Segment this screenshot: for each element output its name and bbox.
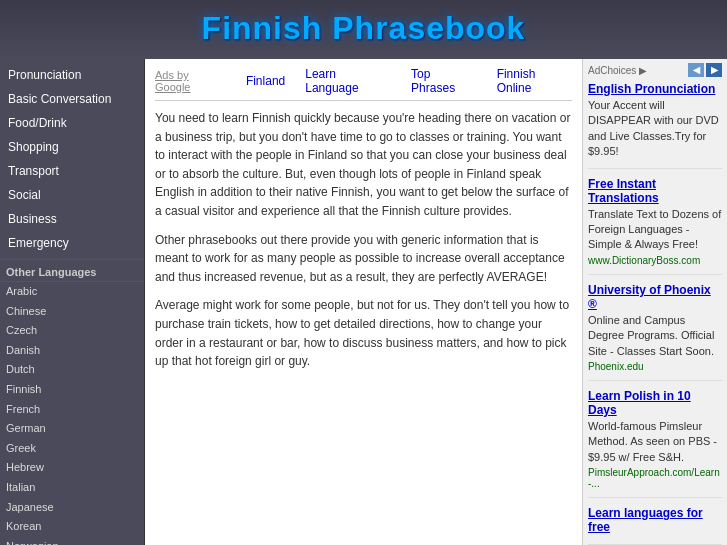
ad-choices-label: AdChoices ▶ [588,65,647,76]
ad-choices-bar: AdChoices ▶ ◀ ▶ [588,63,722,77]
ad-bar-link-finnish-online[interactable]: Finnish Online [497,67,572,95]
lang-link-french[interactable]: French [0,400,144,420]
main-paragraph-3: Average might work for some people, but … [155,296,572,370]
ad-url-1: www.DictionaryBoss.com [588,255,722,266]
content-wrapper: PronunciationBasic ConversationFood/Drin… [0,59,727,545]
ad-title-3[interactable]: Learn Polish in 10 Days [588,389,722,417]
nav-section: PronunciationBasic ConversationFood/Drin… [0,59,144,260]
ad-nav-buttons: ◀ ▶ [688,63,722,77]
lang-link-czech[interactable]: Czech [0,321,144,341]
lang-link-korean[interactable]: Korean [0,517,144,537]
ad-title-0[interactable]: English Pronunciation [588,82,722,96]
ad-unit-2: University of Phoenix ®Online and Campus… [588,283,722,381]
lang-link-arabic[interactable]: Arabic [0,282,144,302]
nav-link-basic-conversation[interactable]: Basic Conversation [6,87,138,111]
nav-link-business[interactable]: Business [6,207,138,231]
ad-bar-link-learn-language[interactable]: Learn Language [305,67,391,95]
main-paragraph-1: You need to learn Finnish quickly becaus… [155,109,572,221]
left-sidebar: PronunciationBasic ConversationFood/Drin… [0,59,145,545]
ad-url-2: Phoenix.edu [588,361,722,372]
ad-next-button[interactable]: ▶ [706,63,722,77]
page-header: Finnish Phrasebook [0,0,727,59]
ad-unit-1: Free Instant TranslationsTranslate Text … [588,177,722,275]
nav-link-pronunciation[interactable]: Pronunciation [6,63,138,87]
page-title: Finnish Phrasebook [0,10,727,47]
lang-link-german[interactable]: German [0,419,144,439]
lang-link-chinese[interactable]: Chinese [0,302,144,322]
lang-link-norwegian[interactable]: Norwegian [0,537,144,545]
ad-bar-link-top-phrases[interactable]: Top Phrases [411,67,477,95]
right-sidebar: AdChoices ▶ ◀ ▶ English PronunciationYou… [582,59,727,545]
ad-desc-0: Your Accent will DISAPPEAR with our DVD … [588,98,722,160]
ad-unit-3: Learn Polish in 10 DaysWorld-famous Pims… [588,389,722,498]
nav-link-food/drink[interactable]: Food/Drink [6,111,138,135]
nav-link-shopping[interactable]: Shopping [6,135,138,159]
ad-bar-link-finland[interactable]: Finland [246,74,285,88]
ad-title-1[interactable]: Free Instant Translations [588,177,722,205]
main-content: Ads by Google FinlandLearn LanguageTop P… [145,59,582,545]
lang-link-japanese[interactable]: Japanese [0,498,144,518]
lang-link-dutch[interactable]: Dutch [0,360,144,380]
ad-bar: Ads by Google FinlandLearn LanguageTop P… [155,67,572,101]
ad-desc-1: Translate Text to Dozens of Foreign Lang… [588,207,722,253]
lang-link-greek[interactable]: Greek [0,439,144,459]
other-languages-header: Other Languages [0,260,144,282]
ad-desc-2: Online and Campus Degree Programs. Offic… [588,313,722,359]
ads-by-google-label: Ads by Google [155,69,226,93]
ad-title-4[interactable]: Learn languages for free [588,506,722,534]
nav-link-social[interactable]: Social [6,183,138,207]
lang-link-italian[interactable]: Italian [0,478,144,498]
ad-unit-0: English PronunciationYour Accent will DI… [588,82,722,169]
nav-link-emergency[interactable]: Emergency [6,231,138,255]
ad-title-2[interactable]: University of Phoenix ® [588,283,722,311]
lang-link-danish[interactable]: Danish [0,341,144,361]
ad-desc-3: World-famous Pimsleur Method. As seen on… [588,419,722,465]
main-paragraph-2: Other phrasebooks out there provide you … [155,231,572,287]
nav-link-transport[interactable]: Transport [6,159,138,183]
ad-prev-button[interactable]: ◀ [688,63,704,77]
lang-link-finnish[interactable]: Finnish [0,380,144,400]
lang-link-hebrew[interactable]: Hebrew [0,458,144,478]
ad-url-3: PimsleurApproach.com/Learn-... [588,467,722,489]
ad-unit-4: Learn languages for free [588,506,722,545]
